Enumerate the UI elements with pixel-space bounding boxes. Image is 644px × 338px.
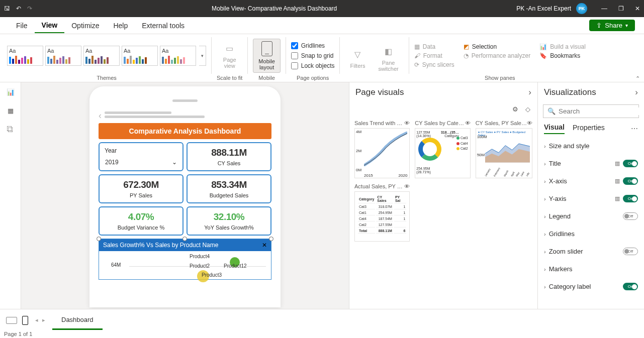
theme-thumb[interactable]: Aa [122, 46, 158, 66]
mobile-view-icon[interactable] [22, 316, 28, 325]
tab-visual[interactable]: Visual [544, 123, 565, 134]
card-cy-sales[interactable]: 888.11M CY Sales [187, 142, 271, 171]
chevron-right-icon[interactable]: › [635, 87, 638, 97]
chevron-right-icon[interactable]: › [528, 87, 531, 97]
themes-label: Themes [97, 75, 117, 82]
avatar[interactable]: PK [576, 3, 587, 14]
pane-switcher-label: Pane switcher [378, 60, 398, 72]
canvas[interactable]: ‹ Comparative Analysis Dashboard Year 20… [21, 82, 349, 309]
share-button[interactable]: ⇪ Share ▾ [589, 20, 635, 31]
card-budgeted-sales[interactable]: 853.34M Budgeted Sales [187, 174, 271, 203]
tab-properties[interactable]: Properties [573, 124, 605, 134]
chevron-right-icon: › [544, 178, 546, 184]
filters-button: ▽ Filters [345, 47, 370, 71]
mobile-layout-button[interactable]: Mobile layout [253, 39, 280, 73]
window-title: Mobile View- Comparative Analysis Dashbo… [32, 5, 516, 12]
next-page-icon[interactable]: ▸ [42, 317, 45, 323]
eraser-icon[interactable]: ◇ [525, 105, 530, 113]
lock-checkbox[interactable]: Lock objects [291, 62, 335, 69]
card-yoy-growth[interactable]: 32.10% YoY Sales Growth% [187, 206, 271, 236]
menu-external-tools[interactable]: External tools [135, 19, 192, 33]
card-label: PY Sales [105, 192, 177, 198]
format-row-markers[interactable]: › Markers [538, 260, 644, 278]
model-view-icon[interactable]: ⿻ [7, 126, 14, 133]
year-slicer[interactable]: Year 2019⌄ [99, 142, 183, 171]
undo-icon[interactable]: ↶ [16, 5, 21, 12]
bookmarks-button[interactable]: 🔖Bookmarks [539, 52, 586, 59]
pv-item-label: Actual Sales, PY … [354, 183, 403, 189]
pv-item-sales-trend[interactable]: Sales Trend with …👁 4M 2M 0M 2015 2020 [354, 120, 410, 178]
restore-icon[interactable]: ❐ [618, 5, 624, 12]
format-row-zoom-slider[interactable]: › Zoom slider Off [538, 243, 644, 260]
menu-help[interactable]: Help [106, 19, 135, 33]
theme-thumb[interactable]: Aa [7, 46, 43, 66]
chart-prod-label: Product3 [202, 272, 222, 278]
page-tab-dashboard[interactable]: Dashboard [52, 311, 103, 330]
resize-handle[interactable] [182, 237, 187, 241]
search-input[interactable] [559, 107, 643, 115]
close-icon[interactable]: ✕ [635, 5, 640, 12]
eye-icon[interactable]: 👁 [465, 120, 471, 126]
prev-page-icon[interactable]: ◂ [35, 317, 38, 323]
gridlines-checkbox[interactable]: Gridlines [291, 42, 335, 49]
resize-handle[interactable] [97, 237, 101, 241]
data-view-icon[interactable]: ▦ [8, 107, 14, 115]
toggle-on[interactable]: On [623, 177, 638, 185]
toggle-on[interactable]: On [623, 195, 638, 202]
desktop-view-icon[interactable] [6, 317, 17, 324]
format-name: Category label [549, 283, 620, 290]
theme-thumb[interactable]: Aa [45, 46, 81, 66]
more-icon[interactable]: ⋯ [631, 125, 638, 133]
report-view-icon[interactable]: 📊 [7, 88, 15, 96]
pv-item-actual-sales[interactable]: Actual Sales, PY …👁 CategoryCY SalesPY S… [354, 183, 410, 242]
snap-checkbox[interactable]: Snap to grid [291, 52, 335, 59]
toggle-off[interactable]: Off [623, 212, 638, 220]
toggle-off[interactable]: Off [623, 248, 638, 255]
fx-icon[interactable]: ▥ [615, 178, 620, 184]
page-view-button: ▭ Page view [218, 41, 241, 71]
format-row-legend[interactable]: › Legend Off [538, 207, 644, 225]
format-row-x-axis[interactable]: › X-axis ▥ On [538, 172, 644, 190]
selection-pane-button[interactable]: ◩Selection [464, 43, 530, 50]
menu-optimize[interactable]: Optimize [64, 19, 106, 33]
theme-thumb[interactable]: Aa [160, 46, 196, 66]
dashboard-title[interactable]: Comparative Analysis Dashboard [99, 123, 271, 139]
pv-item-label: CY Sales by Cate… [415, 120, 464, 126]
redo-icon[interactable]: ↷ [27, 5, 32, 12]
scatter-chart-visual[interactable]: Sales Growth% Vs Sales by Product Name ✕… [99, 239, 271, 280]
eye-icon[interactable]: 👁 [404, 183, 410, 189]
toggle-on[interactable]: On [623, 283, 638, 290]
settings-icon[interactable]: ⚙ [512, 105, 518, 113]
eye-icon[interactable]: 👁 [404, 120, 410, 126]
format-row-gridlines[interactable]: › Gridlines [538, 225, 644, 243]
fx-icon[interactable]: ▥ [615, 195, 620, 202]
card-py-sales[interactable]: 672.30M PY Sales [99, 174, 183, 203]
toggle-on[interactable]: On [623, 160, 638, 167]
format-name: Y-axis [549, 195, 612, 202]
trend-line-icon [364, 132, 407, 166]
remove-visual-icon[interactable]: ✕ [262, 242, 267, 249]
viz-search[interactable]: 🔍 [543, 104, 639, 118]
card-value: 32.10% [193, 211, 265, 222]
card-value: 672.30M [105, 179, 177, 190]
minimize-icon[interactable]: — [601, 5, 607, 12]
ribbon-collapse[interactable]: ⌃ [635, 75, 640, 82]
format-row-size-and-style[interactable]: › Size and style [538, 137, 644, 155]
format-row-y-axis[interactable]: › Y-axis ▥ On [538, 190, 644, 207]
save-icon[interactable]: 🖫 [4, 5, 10, 12]
menu-file[interactable]: File [9, 19, 35, 33]
user-name: PK -An Excel Expert [516, 5, 571, 12]
themes-dropdown[interactable]: ▾ [199, 46, 206, 66]
eye-icon[interactable]: 👁 [527, 120, 532, 126]
resize-handle[interactable] [269, 237, 273, 241]
format-row-category-label[interactable]: › Category label On [538, 278, 644, 295]
pv-item-cy-sales-category[interactable]: CY Sales by Cate…👁 127.55M (14.36%) 254.… [415, 120, 470, 178]
menu-view[interactable]: View [35, 18, 65, 33]
format-name: Zoom slider [549, 248, 620, 255]
fx-icon[interactable]: ▥ [615, 160, 620, 167]
card-budget-variance[interactable]: 4.07% Budget Variance % [99, 206, 183, 236]
theme-thumb[interactable]: Aa [83, 46, 120, 66]
pv-item-cy-py-sales[interactable]: CY Sales, PY Sale…👁 ● CY Sales ● PY Sale… [476, 120, 532, 178]
format-row-title[interactable]: › Title ▥ On [538, 155, 644, 172]
sync-slicers-button: ⟳Sync slicers [414, 61, 454, 68]
